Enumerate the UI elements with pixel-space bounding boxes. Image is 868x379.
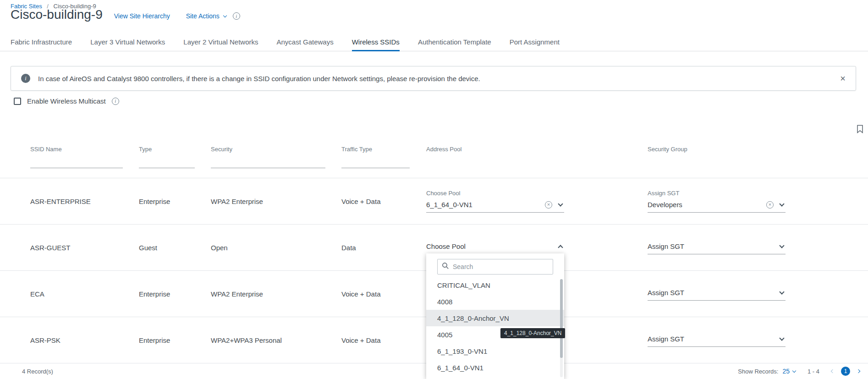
column-header-type: Type: [139, 140, 211, 153]
cell-traffic-type: Voice + Data: [341, 290, 426, 298]
page-size-select[interactable]: 25: [782, 368, 790, 375]
tab-wireless-ssids[interactable]: Wireless SSIDs: [352, 33, 400, 51]
site-actions-label: Site Actions: [186, 12, 220, 20]
alert-info-icon: i: [21, 74, 30, 83]
address-pool-dropdown-panel: CRITICAL_VLAN 4008 4_1_128_0-Anchor_VN 4…: [426, 253, 564, 379]
security-group-value: Assign SGT: [648, 289, 780, 297]
cell-traffic-type: Data: [341, 244, 426, 252]
cell-type: Guest: [139, 244, 211, 252]
chevron-up-icon[interactable]: [558, 245, 563, 250]
current-page-badge[interactable]: 1: [841, 367, 850, 376]
cell-security: WPA2+WPA3 Personal: [211, 336, 341, 344]
cell-security: Open: [211, 244, 341, 252]
security-group-value: Assign SGT: [648, 242, 780, 250]
next-page-icon[interactable]: [857, 369, 860, 373]
chevron-down-icon[interactable]: [779, 243, 784, 248]
address-pool-combobox[interactable]: Choose Pool 6_1_64_0-VN1 ×: [426, 190, 564, 213]
tab-bar: Fabric Infrastructure Layer 3 Virtual Ne…: [0, 33, 868, 51]
security-group-combobox[interactable]: Assign SGT: [648, 287, 786, 301]
record-range: 1 - 4: [808, 368, 819, 375]
address-pool-value: Choose Pool: [426, 242, 559, 250]
tab-layer3-virtual-networks[interactable]: Layer 3 Virtual Networks: [90, 33, 165, 51]
multicast-info-icon[interactable]: i: [112, 98, 119, 105]
security-group-combobox-label: Assign SGT: [648, 190, 786, 197]
records-count: 4 Record(s): [22, 368, 53, 375]
security-group-value: Assign SGT: [648, 335, 780, 343]
tab-port-assignment[interactable]: Port Assignment: [510, 33, 560, 51]
address-pool-combobox-label: Choose Pool: [426, 190, 564, 197]
cell-security: WPA2 Enterprise: [211, 290, 341, 298]
alert-message: In case of AireOS and Catalyst 9800 cont…: [38, 75, 480, 82]
cell-ssid-name: ASR-GUEST: [30, 244, 139, 252]
column-header-security-group: Security Group: [648, 140, 868, 153]
column-header-ssid-name: SSID Name: [30, 140, 139, 153]
dropdown-search-input[interactable]: [453, 263, 549, 270]
column-header-security: Security: [211, 140, 341, 153]
tab-anycast-gateways[interactable]: Anycast Gateways: [276, 33, 333, 51]
tab-authentication-template[interactable]: Authentication Template: [418, 33, 491, 51]
alert-close-icon[interactable]: ×: [840, 74, 846, 83]
chevron-down-icon[interactable]: [779, 335, 784, 341]
chevron-down-icon[interactable]: [558, 201, 563, 206]
address-pool-combobox[interactable]: Choose Pool: [426, 241, 564, 254]
filter-ssid-name-input[interactable]: [30, 157, 123, 168]
filter-security-input[interactable]: [211, 157, 325, 168]
tab-fabric-infrastructure[interactable]: Fabric Infrastructure: [11, 33, 72, 51]
chevron-down-icon[interactable]: [779, 201, 784, 206]
column-header-traffic-type: Traffic Type: [341, 140, 426, 153]
previous-page-icon[interactable]: [831, 369, 835, 373]
search-icon: [442, 262, 449, 271]
clear-icon[interactable]: ×: [545, 201, 552, 209]
dropdown-option-list: CRITICAL_VLAN 4008 4_1_128_0-Anchor_VN 4…: [426, 277, 564, 376]
bookmark-icon[interactable]: [857, 125, 863, 135]
dropdown-option[interactable]: CRITICAL_VLAN: [426, 277, 564, 293]
chevron-down-icon[interactable]: [779, 289, 784, 294]
security-group-combobox[interactable]: Assign SGT Developers ×: [648, 190, 786, 213]
security-group-combobox[interactable]: Assign SGT: [648, 241, 786, 254]
cell-type: Enterprise: [139, 290, 211, 298]
cell-type: Enterprise: [139, 198, 211, 205]
column-header-address-pool: Address Pool: [426, 140, 648, 153]
cell-security: WPA2 Enterprise: [211, 198, 341, 205]
filter-type-input[interactable]: [139, 157, 195, 168]
tab-layer2-virtual-networks[interactable]: Layer 2 Virtual Networks: [183, 33, 258, 51]
table-row: ASR-ENTERPRISE Enterprise WPA2 Enterpris…: [0, 178, 868, 225]
dropdown-option[interactable]: 4008: [426, 293, 564, 310]
table-header: SSID Name Type Security Traffic Type Add…: [0, 140, 868, 178]
page-header: Cisco-building-9 View Site Hierarchy Sit…: [11, 7, 240, 22]
security-group-value: Developers: [648, 201, 766, 209]
cell-type: Enterprise: [139, 336, 211, 344]
option-tooltip: 4_1_128_0-Anchor_VN: [500, 328, 565, 338]
page-title: Cisco-building-9: [11, 7, 103, 22]
wireless-multicast-label: Enable Wireless Multicast: [27, 97, 106, 105]
filter-traffic-type-input[interactable]: [341, 157, 410, 168]
security-group-combobox[interactable]: Assign SGT: [648, 333, 786, 347]
show-records-label: Show Records:: [738, 368, 778, 375]
cell-traffic-type: Voice + Data: [341, 336, 426, 344]
dropdown-option[interactable]: 6_1_193_0-VN1: [426, 343, 564, 359]
dropdown-search-box[interactable]: [437, 259, 553, 275]
address-pool-value: 6_1_64_0-VN1: [426, 201, 545, 209]
clear-icon[interactable]: ×: [766, 201, 774, 209]
enable-wireless-multicast-row: Enable Wireless Multicast i: [14, 97, 119, 105]
site-actions-button[interactable]: Site Actions: [186, 12, 226, 20]
info-alert-banner: i In case of AireOS and Catalyst 9800 co…: [11, 66, 856, 91]
wireless-multicast-checkbox[interactable]: [14, 98, 21, 105]
dropdown-option[interactable]: 6_1_64_0-VN1: [426, 359, 564, 376]
chevron-down-icon: [223, 13, 227, 17]
cell-traffic-type: Voice + Data: [341, 198, 426, 205]
dropdown-scrollbar-thumb[interactable]: [560, 279, 563, 358]
info-icon[interactable]: i: [233, 12, 240, 20]
cell-ssid-name: ECA: [30, 290, 139, 298]
view-site-hierarchy-link[interactable]: View Site Hierarchy: [114, 12, 170, 20]
chevron-down-icon[interactable]: [792, 368, 796, 372]
cell-ssid-name: ASR-ENTERPRISE: [30, 198, 139, 205]
dropdown-option[interactable]: 4_1_128_0-Anchor_VN: [426, 310, 564, 326]
cell-ssid-name: ASR-PSK: [30, 336, 139, 344]
